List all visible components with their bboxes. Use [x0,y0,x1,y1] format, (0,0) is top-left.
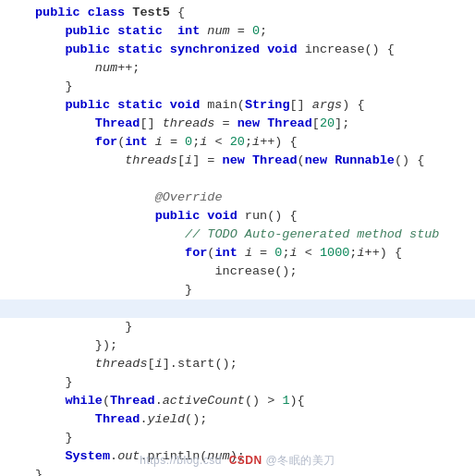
line-code-22: while(Thread.activeCount() > 1){ [28,392,305,410]
line-code-26: } [28,466,43,476]
line-2: public static int num = 0; [0,22,475,41]
line-22: while(Thread.activeCount() > 1){ [0,392,475,410]
line-19: }); [0,336,475,355]
line-4: num++; [0,59,475,78]
line-15: increase(); [0,262,475,281]
line-12: public void run() { [0,207,475,226]
line-code-9: threads[i] = new Thread(new Runnable() { [28,152,424,170]
line-25: System.out.println(num); [0,447,475,466]
line-8: for(int i = 0;i < 20;i++) { [0,133,475,152]
line-code-20: threads[i].start(); [28,355,238,373]
line-code-1: public class Test5 { [28,4,185,22]
line-18: } [0,318,475,336]
line-code-7: Thread[] threads = new Thread[20]; [28,115,349,133]
line-code-6: public static void main(String[] args) { [28,96,365,115]
line-code-16: } [28,281,192,299]
line-11: @Override [0,189,475,207]
line-code-19: }); [28,336,117,355]
line-code-18: } [28,318,132,336]
line-3: public static synchronized void increase… [0,41,475,59]
line-code-4: num++; [28,59,140,78]
line-code-21: } [28,373,73,392]
line-5: } [0,78,475,96]
line-code-15: increase(); [28,262,298,281]
code-editor: public class Test5 { public static int n… [0,0,475,476]
line-23: Thread.yield(); [0,410,475,429]
line-13: // TODO Auto-generated method stub [0,226,475,244]
line-code-12: public void run() { [28,207,298,226]
line-code-11: @Override [28,189,223,207]
line-16: } [0,281,475,299]
code-lines: public class Test5 { public static int n… [0,0,475,476]
line-code-17 [28,299,43,318]
line-7: Thread[] threads = new Thread[20]; [0,115,475,133]
line-code-2: public static int num = 0; [28,22,267,41]
line-10 [0,170,475,189]
line-14: for(int i = 0;i < 1000;i++) { [0,244,475,262]
line-code-10 [28,170,43,189]
line-1: public class Test5 { [0,4,475,22]
line-code-14: for(int i = 0;i < 1000;i++) { [28,244,402,262]
line-20: threads[i].start(); [0,355,475,373]
line-6: public static void main(String[] args) { [0,96,475,115]
line-21: } [0,373,475,392]
line-code-8: for(int i = 0;i < 20;i++) { [28,133,298,152]
line-code-5: } [28,78,73,96]
line-26: } [0,466,475,476]
line-code-24: } [28,429,73,447]
line-24: } [0,429,475,447]
line-17 [0,299,475,318]
line-code-3: public static synchronized void increase… [28,41,395,59]
line-code-25: System.out.println(num); [28,447,245,466]
line-code-23: Thread.yield(); [28,410,207,429]
line-code-13: // TODO Auto-generated method stub [28,226,439,244]
line-9: threads[i] = new Thread(new Runnable() { [0,152,475,170]
